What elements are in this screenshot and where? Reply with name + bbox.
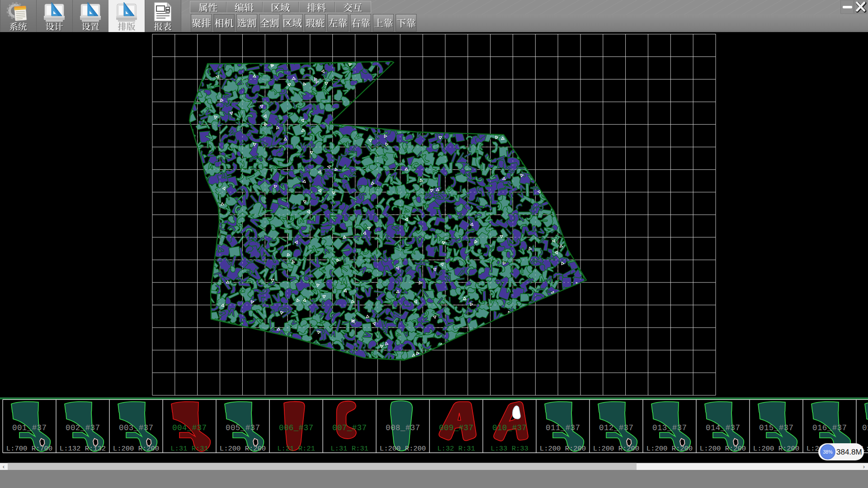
svg-text:004_#37: 004_#37 [172,423,207,432]
svg-text:L:31 R:31: L:31 R:31 [330,445,368,453]
svg-text:013_#37: 013_#37 [652,423,687,432]
svg-text:016_#37: 016_#37 [812,423,847,432]
svg-text:006_#37: 006_#37 [279,423,313,432]
svg-text:L:33 R:33: L:33 R:33 [491,445,528,453]
svg-text:L:200 R:200: L:200 R:200 [593,445,639,453]
svg-text:L:200 R:200: L:200 R:200 [113,445,159,453]
svg-text:L:200 R:200: L:200 R:200 [753,445,799,453]
svg-text:L:132 R:132: L:132 R:132 [60,445,106,453]
svg-text:L:700 R:700: L:700 R:700 [6,445,52,453]
svg-text:L:200 R:200: L:200 R:200 [646,445,693,453]
svg-text:‹: ‹ [3,463,5,470]
svg-text:009_#37: 009_#37 [439,423,473,432]
svg-text:014_#37: 014_#37 [706,423,740,432]
svg-text:017_#37: 017_#37 [862,423,868,432]
svg-text:001_#37: 001_#37 [12,423,47,432]
svg-text:L:200 R:200: L:200 R:200 [220,445,266,453]
svg-text:L:200 R:200: L:200 R:200 [700,445,746,453]
svg-text:003_#37: 003_#37 [119,423,153,432]
svg-text:L:31 R:31: L:31 R:31 [170,445,208,453]
svg-text:010_#37: 010_#37 [492,423,527,432]
svg-text:L:200 R:200: L:200 R:200 [380,445,426,453]
svg-text:012_#37: 012_#37 [599,423,633,432]
svg-text:011_#37: 011_#37 [546,423,580,432]
svg-text:L:32 R:31: L:32 R:31 [437,445,475,453]
svg-text:L:200 R:200: L:200 R:200 [540,445,586,453]
svg-text:007_#37: 007_#37 [332,423,367,432]
svg-text:L:21 R:21: L:21 R:21 [277,445,315,453]
svg-text:005_#37: 005_#37 [226,423,260,432]
svg-text:015_#37: 015_#37 [759,423,793,432]
svg-text:002_#37: 002_#37 [66,423,100,432]
svg-text:38%: 38% [823,449,832,455]
svg-text:384.8M: 384.8M [836,448,862,456]
svg-text:008_#37: 008_#37 [386,423,420,432]
svg-text:›: › [863,463,865,470]
